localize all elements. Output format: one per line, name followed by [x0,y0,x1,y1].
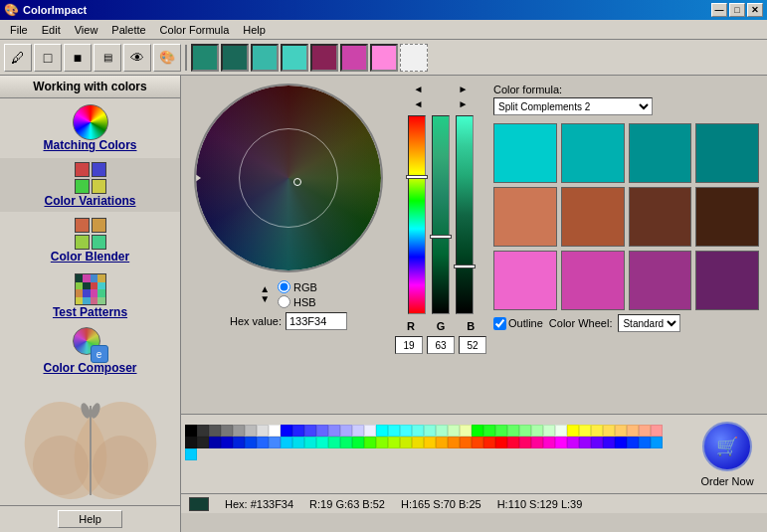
palette-cell[interactable] [567,425,579,437]
bright-left-arrow[interactable]: ◄ [414,98,424,109]
title-bar-controls[interactable]: — □ ✕ [711,3,763,17]
palette-cell[interactable] [495,437,507,448]
palette-cell[interactable] [531,425,543,437]
brightness-down-arrow[interactable]: ▼ [260,294,270,304]
menu-color-formula[interactable]: Color Formula [154,22,236,38]
r-input[interactable] [395,336,423,354]
palette-cell[interactable] [639,425,651,437]
swatch-2[interactable] [221,44,249,72]
eye-tool[interactable]: 👁 [123,44,151,72]
palette-cell[interactable] [507,425,519,437]
hsb-radio-row[interactable]: HSB [278,295,317,308]
menu-file[interactable]: File [4,22,34,38]
palette-cell[interactable] [483,437,495,448]
palette-cell[interactable] [352,425,364,437]
color-cell-2-3[interactable] [629,187,692,247]
color-cell-3-3[interactable] [629,251,692,310]
sidebar-item-patterns[interactable]: Test Patterns [0,269,180,323]
palette-cell[interactable] [615,437,627,448]
palette-cell[interactable] [472,425,483,437]
swatch-1[interactable] [191,44,219,72]
options-tool[interactable]: ▤ [94,44,121,72]
palette-cell[interactable] [316,425,328,437]
square-tool[interactable]: □ [34,44,62,72]
swatch-3[interactable] [251,44,279,72]
palette-cell[interactable] [304,425,316,437]
maximize-button[interactable]: □ [729,3,745,17]
sidebar-item-variations[interactable]: Color Variations [0,158,180,212]
palette-cell[interactable] [400,437,412,448]
palette-cell[interactable] [448,437,460,448]
palette-cell[interactable] [436,437,448,448]
palette-cell[interactable] [531,437,543,448]
color-wheel[interactable] [194,84,383,272]
swatch-6[interactable] [340,44,368,72]
palette-cell[interactable] [352,437,364,448]
palette-cell[interactable] [364,437,376,448]
palette-cell[interactable] [424,437,436,448]
palette-cell[interactable] [376,437,388,448]
filled-square-tool[interactable]: ■ [64,44,92,72]
palette-cell[interactable] [591,437,603,448]
swatch-7[interactable] [370,44,398,72]
palette-cell[interactable] [269,425,281,437]
palette-cell[interactable] [245,437,257,448]
palette-cell[interactable] [281,425,292,437]
help-button[interactable]: Help [58,510,122,528]
palette-cell[interactable] [340,425,352,437]
hex-input[interactable] [286,312,347,330]
palette-cell[interactable] [245,425,257,437]
palette-cell[interactable] [448,425,460,437]
menu-help[interactable]: Help [237,22,272,38]
palette-cell[interactable] [495,425,507,437]
palette-cell[interactable] [555,425,567,437]
color-cell-1-4[interactable] [695,123,759,183]
palette-cell[interactable] [281,437,292,448]
brightness-slider[interactable] [456,115,474,314]
b-input[interactable] [459,336,486,354]
color-formula-select[interactable]: Split Complements 2 Complements Triads A… [493,97,653,115]
menu-edit[interactable]: Edit [36,22,67,38]
palette-cell[interactable] [388,437,400,448]
sidebar-item-matching[interactable]: Matching Colors [0,102,180,156]
color-cell-3-2[interactable] [561,251,625,310]
up-down-arrows[interactable]: ▲ ▼ [260,284,270,304]
color-cell-2-4[interactable] [695,187,759,247]
palette-cell[interactable] [364,425,376,437]
sat-up-arrow[interactable]: ► [459,84,469,94]
close-button[interactable]: ✕ [747,3,763,17]
palette-cell[interactable] [543,437,555,448]
color-cell-1-2[interactable] [561,123,625,183]
sidebar-label-composer[interactable]: Color Composer [43,361,136,375]
sidebar-item-composer[interactable]: e Color Composer [0,325,180,379]
color-cell-3-1[interactable] [493,251,557,310]
menu-view[interactable]: View [69,22,104,38]
swatch-4[interactable] [281,44,308,72]
palette-cell[interactable] [400,425,412,437]
color-cell-2-1[interactable] [493,187,557,247]
palette-cell[interactable] [579,437,591,448]
saturation-slider[interactable] [432,115,450,314]
palette-cell[interactable] [185,425,197,437]
palette-cell[interactable] [519,425,531,437]
palette-cell[interactable] [328,437,340,448]
palette-cell[interactable] [185,437,197,448]
wheel-left-arrow[interactable] [194,173,201,183]
color-cell-1-1[interactable] [493,123,557,183]
palette-cell[interactable] [328,425,340,437]
rgb-radio-row[interactable]: RGB [278,280,317,293]
swatch-5[interactable] [310,44,338,72]
outline-checkbox[interactable] [493,317,506,330]
palette-cell[interactable] [651,425,663,437]
palette-cell[interactable] [424,425,436,437]
palette-cell[interactable] [567,437,579,448]
color-cell-3-4[interactable] [695,251,759,310]
sidebar-label-variations[interactable]: Color Variations [44,194,135,208]
palette-cell[interactable] [316,437,328,448]
color-cell-2-2[interactable] [561,187,625,247]
palette-cell[interactable] [436,425,448,437]
sidebar-label-patterns[interactable]: Test Patterns [53,305,127,319]
eyedropper-tool[interactable]: 🖊 [4,44,32,72]
palette-cell[interactable] [221,425,233,437]
palette-cell[interactable] [292,425,304,437]
